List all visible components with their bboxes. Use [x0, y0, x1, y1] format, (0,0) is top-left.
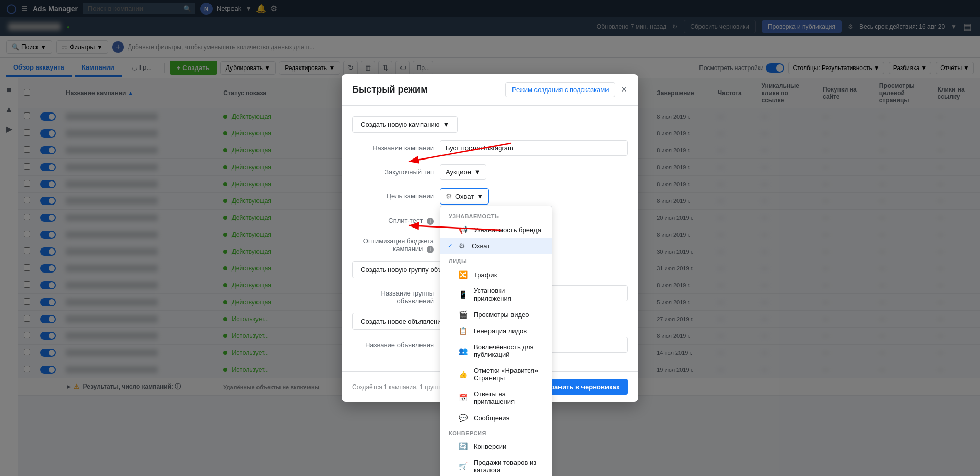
dropdown-item-event-responses[interactable]: 📅 Ответы на приглашения	[440, 386, 552, 410]
split-test-label: Сплит-тест i	[352, 213, 434, 225]
dropdown-item-reach[interactable]: ✓ ⚙ Охват	[440, 238, 552, 254]
campaign-section: Создать новую кампанию ▼	[352, 116, 628, 133]
messages-icon: 💬	[459, 414, 468, 422]
awareness-section-title: Узнаваемость	[440, 209, 552, 221]
messages-label: Сообщения	[474, 414, 510, 422]
lead-gen-icon: 📋	[459, 327, 468, 335]
split-test-info-icon[interactable]: i	[427, 218, 434, 225]
purchase-type-control: Аукцион ▼	[440, 164, 628, 180]
page-likes-label: Отметки «Нравится» Страницы	[474, 367, 544, 382]
modal-body: Создать новую кампанию ▼ Название кампан…	[342, 106, 638, 371]
goal-icon: ⚙	[446, 192, 452, 200]
reach-label: Охват	[472, 242, 490, 250]
purchase-type-value: Аукцион	[446, 168, 471, 176]
dropdown-item-messages[interactable]: 💬 Сообщения	[440, 410, 552, 426]
app-installs-label: Установки приложения	[474, 287, 544, 302]
ad-name-label: Название объявления	[352, 337, 434, 349]
campaign-goal-value: Охват	[455, 193, 474, 200]
dropdown-item-video-views[interactable]: 🎬 Просмотры видео	[440, 306, 552, 323]
event-responses-label: Ответы на приглашения	[474, 390, 544, 405]
campaign-name-input[interactable]	[440, 140, 628, 156]
ad-group-name-label: Название группы объявлений	[352, 285, 434, 305]
video-views-icon: 🎬	[459, 310, 468, 319]
app-installs-icon: 📱	[459, 290, 468, 299]
chevron-down-icon: ▼	[474, 168, 481, 176]
engagement-icon: 👥	[459, 347, 468, 355]
conversions-section-title: Конверсия	[440, 426, 552, 438]
new-campaign-label: Создать новую кампанию	[361, 121, 440, 128]
traffic-label: Трафик	[474, 271, 497, 279]
dropdown-item-traffic[interactable]: 🔀 Трафик	[440, 266, 552, 283]
brand-awareness-label: Узнаваемость бренда	[474, 226, 541, 234]
campaign-goal-label: Цель кампании	[352, 188, 434, 200]
dropdown-item-conversions[interactable]: 🔄 Конверсии	[440, 438, 552, 455]
purchase-type-label: Закупочный тип	[352, 164, 434, 176]
check-icon: ✓	[448, 242, 453, 250]
modal-header-right: Режим создания с подсказками ×	[505, 82, 628, 97]
conversions-icon: 🔄	[459, 442, 468, 450]
chevron-down-icon: ▼	[443, 121, 450, 128]
modal-close-button[interactable]: ×	[620, 83, 628, 96]
catalog-sales-label: Продажи товаров из каталога	[474, 459, 544, 474]
goal-wrapper: ⚙ Охват ▼ Узнаваемость 📢 Узнаваемость бр…	[440, 188, 628, 205]
dropdown-item-catalog-sales[interactable]: 🛒 Продажи товаров из каталога	[440, 455, 552, 476]
campaign-name-label: Название кампании	[352, 140, 434, 152]
dropdown-item-lead-gen[interactable]: 📋 Генерация лидов	[440, 323, 552, 339]
modal-overlay[interactable]: Быстрый режим Режим создания с подсказка…	[0, 0, 980, 476]
conversions-label: Конверсии	[474, 443, 506, 450]
campaign-name-control	[440, 140, 628, 156]
dropdown-item-brand-awareness[interactable]: 📢 Узнаваемость бренда	[440, 221, 552, 238]
budget-optimization-label: Оптимизация бюджета кампании i	[352, 233, 434, 253]
engagement-label: Вовлечённость для публикаций	[474, 343, 544, 358]
dropdown-item-engagement[interactable]: 👥 Вовлечённость для публикаций	[440, 339, 552, 362]
chevron-down-icon: ▼	[477, 193, 483, 200]
goal-dropdown-menu: Узнаваемость 📢 Узнаваемость бренда ✓ ⚙ О…	[440, 206, 552, 476]
campaign-goal-row: Цель кампании ⚙ Охват ▼ Узнаваемость 📢	[352, 188, 628, 205]
brand-awareness-icon: 📢	[459, 225, 468, 234]
guided-mode-button[interactable]: Режим создания с подсказками	[505, 82, 616, 97]
new-ad-label: Создать новое объявление	[361, 318, 445, 325]
modal-title: Быстрый режим	[352, 84, 427, 95]
campaign-name-row: Название кампании	[352, 140, 628, 156]
dropdown-item-app-installs[interactable]: 📱 Установки приложения	[440, 283, 552, 306]
dropdown-item-page-likes[interactable]: 👍 Отметки «Нравится» Страницы	[440, 362, 552, 386]
modal-header: Быстрый режим Режим создания с подсказка…	[342, 74, 638, 106]
reach-icon: ⚙	[459, 242, 465, 250]
campaign-goal-button[interactable]: ⚙ Охват ▼	[440, 188, 489, 205]
purchase-type-select[interactable]: Аукцион ▼	[440, 164, 486, 180]
traffic-icon: 🔀	[459, 270, 468, 279]
lead-gen-label: Генерация лидов	[474, 327, 527, 335]
video-views-label: Просмотры видео	[474, 311, 529, 319]
event-responses-icon: 📅	[459, 394, 468, 402]
page-likes-icon: 👍	[459, 370, 468, 378]
new-campaign-section-button[interactable]: Создать новую кампанию ▼	[352, 116, 458, 133]
quick-mode-modal: Быстрый режим Режим создания с подсказка…	[342, 74, 638, 402]
catalog-sales-icon: 🛒	[459, 462, 468, 470]
campaign-goal-control: ⚙ Охват ▼ Узнаваемость 📢 Узнаваемость бр…	[440, 188, 628, 205]
budget-optimization-info-icon[interactable]: i	[427, 246, 434, 253]
purchase-type-row: Закупочный тип Аукцион ▼	[352, 164, 628, 180]
leads-section-title: Лиды	[440, 254, 552, 266]
